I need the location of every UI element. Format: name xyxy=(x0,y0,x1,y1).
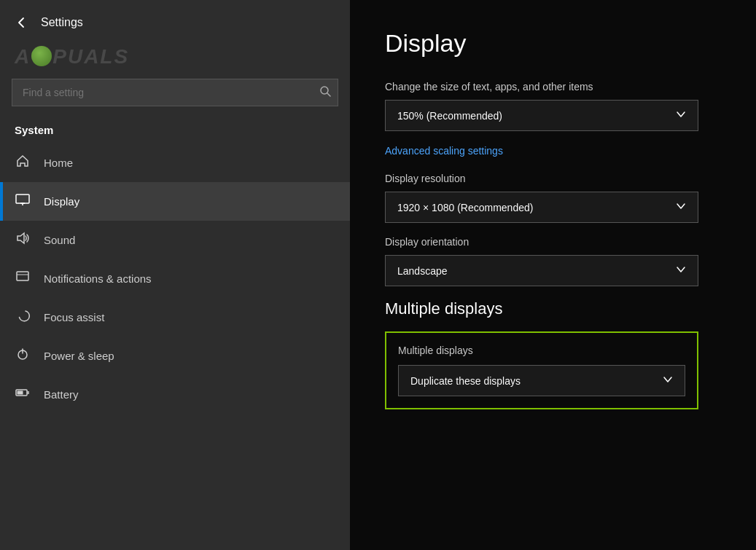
display-icon xyxy=(15,192,31,211)
scale-dropdown[interactable]: 150% (Recommended) xyxy=(385,100,698,131)
battery-icon xyxy=(15,385,31,404)
svg-rect-2 xyxy=(16,195,29,203)
sidebar-header: Settings xyxy=(0,0,350,42)
orientation-dropdown-chevron xyxy=(676,264,686,277)
multiple-displays-box: Multiple displays Duplicate these displa… xyxy=(385,331,698,409)
app-title: Settings xyxy=(41,16,83,29)
home-icon xyxy=(15,154,31,172)
sidebar-item-home[interactable]: Home xyxy=(0,144,350,182)
sidebar-item-power[interactable]: Power & sleep xyxy=(0,337,350,375)
logo-icon xyxy=(31,46,52,66)
search-input[interactable] xyxy=(12,79,338,106)
sidebar-item-sound[interactable]: Sound xyxy=(0,221,350,259)
sidebar-item-battery[interactable]: Battery xyxy=(0,375,350,414)
logo-text-rest: PUALS xyxy=(52,45,129,68)
multiple-displays-dropdown-value: Duplicate these displays xyxy=(410,375,521,387)
svg-line-1 xyxy=(327,93,330,96)
scale-setting: Change the size of text, apps, and other… xyxy=(385,81,721,131)
scale-label: Change the size of text, apps, and other… xyxy=(385,81,721,93)
resolution-label: Display resolution xyxy=(385,173,721,184)
sidebar-item-focus-label: Focus assist xyxy=(44,311,104,323)
multiple-displays-label: Multiple displays xyxy=(398,345,685,356)
sidebar-item-sound-label: Sound xyxy=(44,234,75,246)
advanced-scaling-link[interactable]: Advanced scaling settings xyxy=(385,145,503,157)
power-icon xyxy=(15,347,31,365)
orientation-label: Display orientation xyxy=(385,236,721,248)
main-content: Display Change the size of text, apps, a… xyxy=(350,0,756,550)
sidebar-item-notifications[interactable]: Notifications & actions xyxy=(0,259,350,298)
resolution-dropdown-value: 1920 × 1080 (Recommended) xyxy=(397,202,533,213)
resolution-dropdown-chevron xyxy=(676,201,686,213)
back-button[interactable] xyxy=(12,13,31,32)
sidebar-item-home-label: Home xyxy=(44,157,73,169)
resolution-dropdown[interactable]: 1920 × 1080 (Recommended) xyxy=(385,192,698,223)
resolution-setting: Display resolution 1920 × 1080 (Recommen… xyxy=(385,173,721,223)
multiple-displays-dropdown[interactable]: Duplicate these displays xyxy=(398,365,685,396)
orientation-setting: Display orientation Landscape xyxy=(385,236,721,286)
orientation-dropdown[interactable]: Landscape xyxy=(385,255,698,286)
logo-area: A PUALS xyxy=(0,42,350,79)
svg-rect-6 xyxy=(17,272,28,280)
search-box xyxy=(12,79,338,106)
scale-dropdown-chevron xyxy=(676,109,686,122)
sidebar-item-notifications-label: Notifications & actions xyxy=(44,272,152,285)
multiple-displays-dropdown-chevron xyxy=(663,374,673,387)
sidebar-item-battery-label: Battery xyxy=(44,388,79,401)
orientation-dropdown-value: Landscape xyxy=(397,265,448,277)
notifications-icon xyxy=(15,270,31,288)
system-section-label: System xyxy=(0,118,350,144)
scale-dropdown-value: 150% (Recommended) xyxy=(397,110,502,122)
sidebar: Settings A PUALS System Home xyxy=(0,0,350,550)
nav-list: Home Display Sound xyxy=(0,144,350,414)
logo-text-a: A xyxy=(15,45,31,68)
sidebar-item-power-label: Power & sleep xyxy=(44,350,114,362)
focus-icon xyxy=(15,308,31,326)
sidebar-item-display-label: Display xyxy=(44,195,79,208)
multiple-displays-subtitle: Multiple displays xyxy=(385,299,721,318)
svg-rect-13 xyxy=(17,391,23,395)
search-icon-button[interactable] xyxy=(320,86,331,99)
sound-icon xyxy=(15,231,31,249)
sidebar-item-focus[interactable]: Focus assist xyxy=(0,298,350,337)
page-title: Display xyxy=(385,29,721,58)
sidebar-item-display[interactable]: Display xyxy=(0,182,350,221)
svg-marker-5 xyxy=(17,233,24,243)
